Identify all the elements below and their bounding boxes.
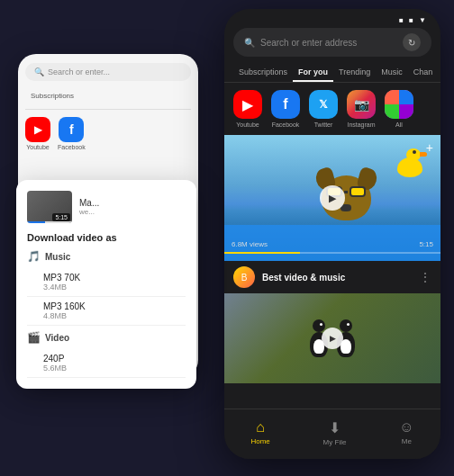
format-mp3-70k[interactable]: MP3 70K 3.4MB: [27, 268, 186, 297]
home-icon: ⌂: [256, 419, 265, 436]
back-icon-facebook[interactable]: f Facebook: [58, 117, 86, 150]
tab-channels[interactable]: Chan: [408, 64, 439, 82]
video-icon: 🎬: [27, 331, 41, 344]
duck-body: [397, 157, 422, 177]
twitter-label: Twitter: [314, 121, 333, 128]
video-progress-fill: [224, 252, 300, 254]
back-icon-youtube[interactable]: ▶ Youtube: [25, 117, 50, 150]
search-icon-main: 🔍: [244, 38, 255, 48]
instagram-label: Instagram: [347, 121, 375, 128]
progress-bar-mini: [27, 221, 72, 223]
youtube-label: Youtube: [236, 121, 259, 128]
back-search-bar[interactable]: 🔍 Search or enter...: [25, 63, 191, 81]
my-file-icon: ⬇: [329, 419, 340, 436]
phone-main: ■ ■ ▼ 🔍 Search or enter address ↻ Subscr…: [224, 9, 440, 459]
tab-trending[interactable]: Trending: [333, 64, 376, 82]
app-icons-row: ▶ Youtube f Facebook 𝕏 Twitter 📷: [224, 83, 440, 135]
tab-music[interactable]: Music: [376, 64, 408, 82]
rubber-duck: [397, 157, 422, 177]
back-tab-subscriptions[interactable]: Subscriptions: [25, 88, 79, 105]
me-icon: ☺: [399, 419, 413, 436]
video-second-play-button[interactable]: ▶: [322, 328, 343, 349]
video-views: 6.8M views: [232, 240, 268, 248]
duck-eye: [413, 150, 416, 154]
bottom-nav: ⌂ Home ⬇ My File ☺ Me: [224, 409, 440, 459]
nav-me[interactable]: ☺ Me: [399, 419, 413, 445]
back-tabs: Subscriptions For: [25, 88, 191, 110]
app-facebook[interactable]: f Facebook: [271, 90, 300, 128]
home-label: Home: [250, 437, 269, 445]
format-size-mp3-160k: 4.8MB: [43, 311, 186, 320]
download-card-header: 5:15 Ma... we...: [27, 191, 186, 223]
thumbnail-mini: 5:15: [27, 191, 72, 223]
instagram-icon: 📷: [347, 90, 376, 119]
app-instagram[interactable]: 📷 Instagram: [347, 90, 376, 128]
music-section-label: 🎵 Music: [27, 250, 186, 263]
main-tabs: Subscriptions For you Trending Music Cha…: [224, 64, 440, 83]
nav-home[interactable]: ⌂ Home: [250, 419, 269, 445]
progress-bar-fill-mini: [27, 221, 45, 223]
video-play-button[interactable]: ▶: [320, 185, 345, 211]
channel-menu-icon[interactable]: ⋮: [419, 270, 431, 284]
channel-avatar-letter: B: [241, 273, 248, 283]
back-search-placeholder: Search or enter...: [48, 67, 110, 76]
video-progress-bar: [224, 252, 440, 254]
format-name-mp3-160k: MP3 160K: [43, 301, 186, 311]
video-second[interactable]: ▶: [224, 293, 440, 383]
youtube-icon-back: ▶: [25, 117, 50, 142]
facebook-icon: f: [271, 90, 300, 119]
penguin-eye-r: [347, 323, 350, 326]
tab-subscriptions[interactable]: Subscriptions: [233, 64, 293, 82]
back-tab-for[interactable]: For: [85, 88, 107, 105]
facebook-label-back: Facebook: [58, 144, 86, 150]
facebook-label: Facebook: [272, 121, 300, 128]
format-240p[interactable]: 240P 5.6MB: [27, 349, 186, 378]
format-name-240p: 240P: [43, 354, 186, 364]
twitter-icon: 𝕏: [309, 90, 338, 119]
channel-row: B Best video & music ⋮: [224, 261, 440, 293]
youtube-label-back: Youtube: [26, 144, 49, 150]
youtube-icon: ▶: [233, 90, 262, 119]
all-apps-icon: [385, 90, 413, 119]
thumbnail-duration: 5:15: [52, 213, 70, 221]
sunglasses-bridge: [344, 191, 348, 193]
video-section-label: 🎬 Video: [27, 331, 186, 344]
status-indicators: ■ ■ ▼: [399, 16, 428, 24]
me-label: Me: [402, 437, 412, 445]
penguin-head-l: [313, 319, 325, 332]
main-search-bar[interactable]: 🔍 Search or enter address ↻: [233, 28, 431, 57]
penguin-head-r: [340, 319, 352, 332]
download-as-label: Download video as: [27, 232, 186, 243]
facebook-icon-back: f: [59, 117, 84, 142]
duck-head: [406, 148, 421, 161]
app-twitter[interactable]: 𝕏 Twitter: [309, 90, 338, 128]
music-icon: 🎵: [27, 250, 41, 263]
main-search-placeholder: Search or enter address: [260, 38, 397, 48]
lens-right: [350, 186, 366, 197]
scene: 🔍 Search or enter... Subscriptions For ▶…: [0, 0, 454, 476]
video-main[interactable]: + ▶ 6.8M views 5:15: [224, 135, 440, 261]
search-action-icon[interactable]: ↻: [403, 33, 421, 51]
tab-for-you[interactable]: For you: [293, 64, 333, 82]
app-youtube[interactable]: ▶ Youtube: [233, 90, 262, 128]
card-text: Ma... we...: [79, 198, 99, 216]
all-label: All: [395, 121, 403, 128]
back-app-icons: ▶ Youtube f Facebook: [25, 117, 191, 150]
format-size-240p: 5.6MB: [43, 364, 186, 373]
format-mp3-160k[interactable]: MP3 160K 4.8MB: [27, 297, 186, 326]
video-plus-button[interactable]: +: [426, 140, 433, 155]
download-card: 5:15 Ma... we... Download video as 🎵 Mus…: [16, 180, 196, 389]
my-file-label: My File: [323, 438, 347, 446]
channel-name: Best video & music: [262, 273, 412, 283]
app-all[interactable]: All: [385, 90, 413, 128]
card-video-subtitle: we...: [79, 208, 99, 216]
channel-avatar: B: [233, 266, 255, 288]
format-name-mp3-70k: MP3 70K: [43, 273, 186, 283]
status-bar: ■ ■ ▼: [224, 9, 440, 28]
card-video-title: Ma...: [79, 198, 99, 208]
video-duration: 5:15: [419, 240, 433, 248]
penguin-eye-l: [320, 323, 322, 326]
search-icon-back: 🔍: [34, 67, 44, 76]
format-size-mp3-70k: 3.4MB: [43, 283, 186, 292]
nav-my-file[interactable]: ⬇ My File: [323, 419, 347, 446]
